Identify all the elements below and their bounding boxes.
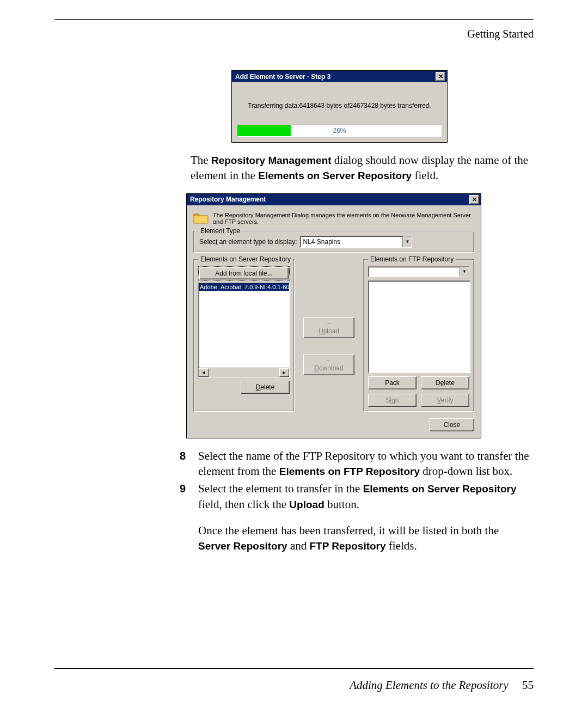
ftp-repository-select[interactable]: ▼ [368, 266, 469, 277]
element-type-group: Element Type Select an element type to d… [193, 231, 474, 253]
step-number: 9 [180, 481, 198, 553]
top-rule [54, 19, 534, 20]
step-body: Select the element to transfer in the El… [198, 481, 534, 553]
download-button[interactable]: ← Download [303, 355, 354, 375]
close-button[interactable]: Close [430, 418, 474, 431]
repository-management-title: Repository Management [190, 196, 266, 203]
pack-button[interactable]: Pack [368, 376, 416, 389]
folder-icon [193, 211, 209, 227]
element-type-select[interactable]: NL4 Snapins ▼ [300, 236, 412, 248]
element-type-select-label: Select an element type to display: [199, 238, 297, 246]
scroll-left-icon[interactable]: ◄ [199, 368, 209, 377]
ftp-repository-listbox[interactable] [368, 280, 470, 373]
page-number: 55 [522, 679, 534, 692]
add-element-dialog: Add Element to Server - Step 3 ✕ Transfe… [231, 70, 448, 143]
server-delete-button[interactable]: Delete [241, 381, 290, 394]
add-from-local-file-wrapper: Add from local file... [198, 266, 290, 280]
horizontal-scrollbar[interactable]: ◄ ► [199, 368, 289, 377]
repository-management-titlebar: Repository Management ✕ [187, 194, 481, 205]
add-element-dialog-title: Add Element to Server - Step 3 [235, 73, 330, 81]
server-repository-group: Elements on Server Repository Add from l… [193, 259, 295, 412]
page-header: Getting Started [54, 28, 534, 40]
body-paragraph: The Repository Management dialog should … [191, 152, 534, 184]
arrow-left-icon: ← [326, 357, 332, 363]
footer-title: Adding Elements to the Repository [350, 679, 509, 692]
verify-button[interactable]: Verify [421, 394, 469, 407]
repository-management-dialog: Repository Management ✕ The Repository M… [186, 193, 481, 438]
page-footer: Adding Elements to the Repository 55 [54, 668, 534, 692]
ftp-delete-button[interactable]: Delete [421, 376, 469, 389]
step-number: 8 [180, 448, 198, 479]
chevron-down-icon: ▼ [402, 236, 412, 247]
instruction-steps: 8 Select the name of the FTP Repository … [180, 448, 534, 554]
server-repository-listbox[interactable]: Adobe_Acrobat_7.0.9-NL4.0.1-60 ◄ ► [198, 283, 290, 377]
progress-percent-label: 26% [238, 125, 441, 136]
arrow-right-icon: → [326, 320, 332, 326]
sign-button[interactable]: Sign [368, 394, 416, 407]
upload-button[interactable]: → Upload [303, 318, 354, 338]
list-item[interactable]: Adobe_Acrobat_7.0.9-NL4.0.1-60 [199, 283, 289, 291]
dialog-description: The Repository Management Dialog manages… [213, 212, 474, 225]
step-body: Select the name of the FTP Repository to… [198, 448, 534, 479]
chevron-down-icon: ▼ [460, 267, 469, 277]
ftp-repository-group: Elements on FTP Repository ▼ Pack Delete… [363, 259, 474, 412]
add-element-dialog-titlebar: Add Element to Server - Step 3 ✕ [232, 71, 447, 82]
close-icon[interactable]: ✕ [469, 195, 479, 204]
progress-bar-track: 26% [237, 125, 442, 137]
close-icon[interactable]: ✕ [436, 72, 445, 81]
transfer-status-text: Transferring data:6418643 bytes of246734… [237, 102, 442, 109]
add-from-local-file-button[interactable]: Add from local file... [199, 267, 289, 279]
transfer-buttons-column: → Upload ← Download [303, 259, 354, 412]
scroll-right-icon[interactable]: ► [279, 368, 289, 377]
